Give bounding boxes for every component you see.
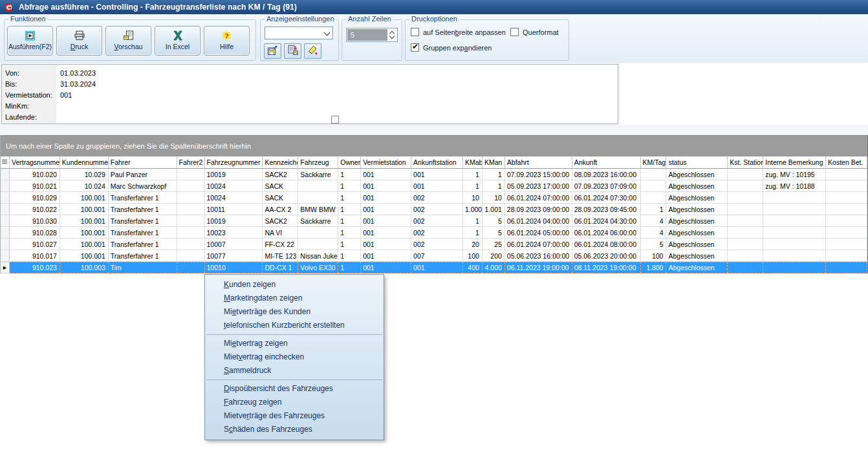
table-row-7[interactable]: 910.027100.001Transferfahrer 110007FF-CX… (1, 239, 867, 250)
anzeigeeinstellungen-combobox[interactable] (265, 27, 333, 39)
column-header-ankunftstation[interactable]: Ankunftstation (411, 156, 463, 169)
column-header-interne-bemerkung[interactable]: Interne Bemerkung (763, 156, 826, 169)
menu-item-marketingdaten-zeigen[interactable]: Marketingdaten zeigen (205, 292, 384, 305)
cell-status: Abgeschlossen (666, 262, 728, 273)
column-header-fahrer2[interactable]: Fahrer2 (177, 156, 205, 169)
cell-kennzeichen: SACK2 (263, 215, 298, 227)
menu-item-sammeldruck[interactable]: Sammeldruck (205, 364, 384, 378)
menu-item-kunden-zeigen[interactable]: Kunden zeigen (205, 278, 384, 292)
group-by-drop-zone[interactable]: Um nach einer Spalte zu gruppieren, zieh… (1, 135, 867, 156)
table-row-3[interactable]: 910.029100.001Transferfahrer 110024SACK1… (1, 192, 867, 204)
column-header-abfahrt[interactable]: Abfahrt (505, 156, 572, 169)
table-row-1[interactable]: 910.02010.029Paul Panzer10019SACK2Sackka… (1, 169, 867, 180)
column-header-vermietstation[interactable]: Vermietstation (361, 156, 411, 169)
hilfe-button[interactable]: ?Hilfe (204, 26, 250, 56)
menu-item-mietverträge-des-kunden[interactable]: Mietverträge des Kunden (205, 305, 384, 319)
column-header-ankunft[interactable]: Ankunft (572, 156, 641, 169)
filter-value-bis[interactable]: 31.03.2024 (60, 80, 96, 88)
table-row-2[interactable]: 910.02110.024Marc Schwarzkopf10024SACK10… (1, 180, 867, 192)
filter-value-von[interactable]: 01.03.2023 (60, 69, 96, 77)
cell-abfahrt: 06.11.2023 19:00:00 (505, 262, 572, 273)
column-header-vertragsnummer[interactable]: Vertragsnummer (10, 156, 60, 169)
cell-kman: 200 (483, 250, 505, 262)
cell-vertragsnummer: 910.029 (10, 192, 60, 204)
row-selector[interactable] (1, 180, 10, 192)
menu-item-telefonischen-kurzbericht-erstellten[interactable]: telefonischen Kurzbericht erstellten (205, 319, 384, 332)
cell-vermietstation: 001 (361, 192, 411, 204)
cell-fahrzeug (298, 180, 338, 192)
cell-owner: 1 (338, 227, 361, 239)
row-selector[interactable] (1, 250, 10, 262)
querformat-option[interactable]: Querformat (510, 28, 559, 36)
cell-ankunftstation: 002 (411, 204, 463, 215)
column-header-km-tag[interactable]: KM/Tag (641, 156, 667, 169)
column-header-fahrer[interactable]: Fahrer (109, 156, 177, 169)
menu-item-mietvertrag-einchecken[interactable]: Mietvertrag einchecken (205, 350, 384, 364)
menu-item-fahrzeug-zeigen[interactable]: Fahrzeug zeigen (205, 396, 384, 409)
cell-abfahrt: 06.01.2024 07:00:00 (505, 239, 572, 250)
ausfuehren-button[interactable]: Ausführen(F2) (7, 26, 53, 56)
row-selector[interactable] (1, 239, 10, 250)
table-row-9[interactable]: ►910.023100.003Tim10010DD-CX 1Volvo EX30… (1, 262, 867, 273)
row-selector[interactable] (1, 227, 10, 239)
column-header-kmab[interactable]: KMab (463, 156, 483, 169)
table-row-5[interactable]: 910.030100.001Transferfahrer 110019SACK2… (1, 215, 867, 227)
row-selector[interactable] (1, 169, 10, 180)
row-selector[interactable] (1, 215, 10, 227)
table-row-6[interactable]: 910.028100.001Transferfahrer 110023NA VI… (1, 227, 867, 239)
druck-button[interactable]: Druck (56, 26, 102, 56)
cell-vermietstation: 001 (361, 169, 411, 180)
anzahl-zeilen-spinner[interactable]: 5 (346, 28, 398, 42)
grid-selector-header[interactable] (1, 156, 10, 169)
table-row-4[interactable]: 910.022100.001Transferfahrer 110011AA-CX… (1, 204, 867, 215)
cell-kundennummer: 100.001 (60, 239, 109, 250)
cell-fahrzeugnummer: 10024 (205, 180, 263, 192)
cell-ankunft: 07.09.2023 07:09:00 (572, 180, 641, 192)
spinner-down-icon[interactable] (389, 34, 395, 39)
cell-ankunft: 08.11.2023 19:00:00 (572, 262, 641, 273)
column-header-kennzeichen[interactable]: Kennzeichen (263, 156, 298, 169)
table-row-8[interactable]: 910.017100.001Transferfahrer 110077MI-TE… (1, 250, 867, 262)
cell-vertragsnummer: 910.023 (10, 262, 60, 273)
cell-fahrer: Transferfahrer 1 (109, 239, 177, 250)
row-selector[interactable] (1, 192, 10, 204)
auf-seitenbreite-anpassen-checkbox[interactable] (411, 28, 419, 36)
menu-separator (206, 379, 382, 380)
menu-item-dispoübersicht-des-fahrzeuges[interactable]: Dispoübersicht des Fahrzeuges (205, 382, 384, 396)
ansicht-loeschen-button[interactable] (304, 43, 321, 59)
column-header-kst-station[interactable]: Kst. Station (728, 156, 763, 169)
laufende-checkbox[interactable] (331, 116, 339, 123)
cell-fahrer2 (177, 227, 205, 239)
filter-value-vermietstation[interactable]: 001 (60, 91, 72, 99)
column-header-kman[interactable]: KMan (483, 156, 505, 169)
gruppen-expandieren-checkbox[interactable] (411, 43, 419, 52)
cell-vermietstation: 001 (361, 239, 411, 250)
in-excel-button[interactable]: In Excel (155, 26, 201, 56)
column-header-kosten-bet[interactable]: Kosten Bet. (826, 156, 867, 169)
cell-fahrzeugnummer: 10010 (205, 262, 263, 273)
cell-vertragsnummer: 910.028 (10, 227, 60, 239)
cell-interne-bemerkung (763, 250, 826, 262)
vorschau-button[interactable]: Vorschau (105, 26, 151, 56)
ansicht-speichern-unter-button[interactable] (284, 43, 301, 59)
chevron-down-icon[interactable] (324, 30, 331, 36)
column-header-fahrzeugnummer[interactable]: Fahrzeugnummer (205, 156, 263, 169)
menu-item-schäden-des-fahrzeuges[interactable]: Schäden des Fahrzeuges (205, 423, 384, 436)
gruppen-expandieren-option[interactable]: Gruppen expandieren (411, 43, 492, 52)
column-header-fahrzeug[interactable]: Fahrzeug (298, 156, 338, 169)
cell-km-tag (641, 192, 667, 204)
cell-kennzeichen: MI-TE 123 (263, 250, 298, 262)
ansicht-speichern-button[interactable] (264, 43, 281, 59)
row-selector[interactable] (1, 204, 10, 215)
cell-kman: 1 (483, 180, 505, 192)
column-header-kundennummer[interactable]: Kundennummer (60, 156, 109, 169)
menu-item-mietvertrag-zeigen[interactable]: Mietvertrag zeigen (205, 337, 384, 350)
cell-fahrer: Paul Panzer (109, 169, 177, 180)
querformat-checkbox[interactable] (510, 28, 519, 36)
auf-seitenbreite-anpassen-option[interactable]: auf Seitenbreite anpassen (411, 28, 506, 36)
column-header-owner[interactable]: Owner (338, 156, 361, 169)
column-header-status[interactable]: status (666, 156, 728, 169)
cell-kmab: 20 (463, 239, 483, 250)
menu-item-mietverträge-des-fahrzeuges[interactable]: Mietverträge des Fahrzeuges (205, 409, 384, 423)
selected-row-marker[interactable]: ► (1, 262, 10, 273)
